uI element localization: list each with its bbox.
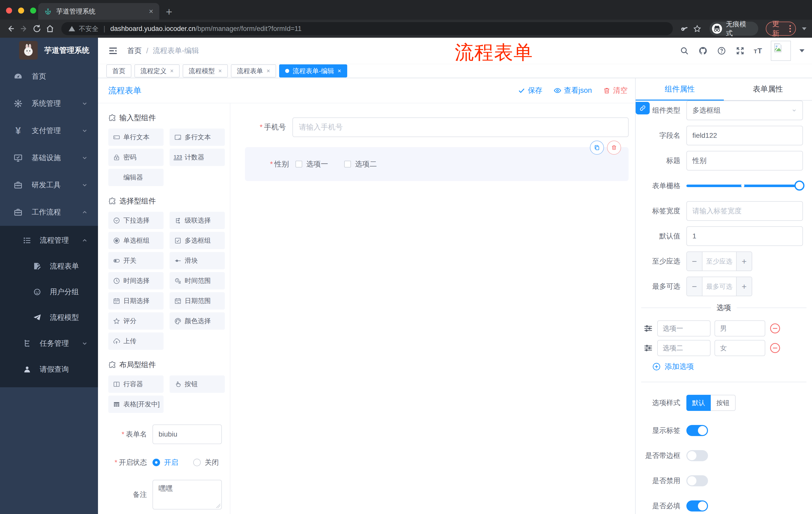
url-bar[interactable]: 不安全 | dashboard.yudao.iocoder.cn/bpm/man…	[61, 22, 673, 35]
gender-option-1[interactable]: 选项一	[295, 159, 328, 169]
show-label-toggle[interactable]	[686, 425, 708, 436]
min-select-input[interactable]: 至少应选	[702, 252, 736, 271]
sidebar-logo[interactable]: 芋道管理系统	[0, 38, 98, 63]
data-binding-link-button[interactable]	[636, 102, 650, 114]
breadcrumb-home[interactable]: 首页	[127, 46, 142, 56]
option-value-input[interactable]: 女	[715, 340, 765, 356]
style-default-button[interactable]: 默认	[686, 395, 711, 411]
close-icon[interactable]: ×	[218, 67, 222, 75]
form-grid-slider[interactable]	[686, 176, 803, 196]
option-label-input[interactable]: 选项一	[657, 320, 710, 336]
palette-item-cascader[interactable]: 级联选择	[170, 212, 225, 229]
palette-item-table[interactable]: 表格[开发中]	[108, 396, 164, 413]
duplicate-component-button[interactable]	[590, 141, 604, 155]
default-value-input[interactable]: 1	[686, 226, 803, 246]
palette-item-date-range[interactable]: 日期范围	[170, 292, 225, 309]
avatar[interactable]	[771, 41, 791, 61]
sidebar-item-process-mgmt[interactable]: 流程管理	[0, 227, 98, 253]
clear-button[interactable]: 清空	[603, 85, 628, 96]
required-toggle[interactable]	[686, 501, 708, 512]
browser-update-button[interactable]: 更新	[766, 22, 796, 36]
gender-option-2[interactable]: 选项二	[344, 159, 377, 169]
back-button[interactable]	[5, 23, 16, 34]
close-icon[interactable]: ×	[266, 67, 270, 75]
palette-item-rate[interactable]: 评分	[108, 312, 164, 330]
browser-tab[interactable]: 芋道管理系统 ×	[38, 3, 159, 20]
sidebar-item-devtools[interactable]: 研发工具	[0, 171, 98, 199]
palette-item-counter[interactable]: 123 计数器	[170, 148, 225, 166]
palette-item-switch[interactable]: 开关	[108, 252, 164, 269]
decrement-button[interactable]: −	[687, 252, 702, 271]
phone-input[interactable]: 请输入手机号	[292, 117, 629, 137]
checkbox-icon[interactable]	[295, 161, 302, 167]
remove-option-button[interactable]	[769, 323, 781, 334]
option-label-input[interactable]: 选项二	[657, 340, 710, 356]
drag-handle-icon[interactable]	[643, 323, 653, 333]
tab-process-definition[interactable]: 流程定义×	[135, 64, 180, 77]
palette-item-slider[interactable]: 滑块	[170, 252, 225, 269]
palette-item-editor[interactable]: 编辑器	[108, 169, 164, 186]
browser-menu-icon[interactable]	[789, 25, 791, 32]
github-icon[interactable]	[698, 46, 708, 56]
palette-item-row-container[interactable]: 行容器	[108, 375, 164, 393]
delete-component-button[interactable]	[607, 141, 621, 155]
collapse-sidebar-icon[interactable]	[108, 46, 118, 56]
sidebar-item-task-mgmt[interactable]: 任务管理	[0, 330, 98, 357]
tab-process-form-edit[interactable]: 流程表单-编辑×	[279, 64, 347, 77]
field-name-input[interactable]: field122	[686, 126, 803, 145]
label-width-input[interactable]: 请输入标签宽度	[686, 201, 803, 221]
save-button[interactable]: 保存	[518, 85, 543, 96]
view-json-button[interactable]: 查看json	[553, 85, 592, 96]
sidebar-item-workflow[interactable]: 工作流程	[0, 199, 98, 226]
max-select-input[interactable]: 最多可选	[702, 277, 736, 296]
tab-component-props[interactable]: 组件属性	[636, 78, 724, 100]
close-window-button[interactable]	[6, 7, 12, 13]
component-type-select[interactable]: 多选框组	[686, 101, 803, 120]
palette-item-radio-group[interactable]: 单选框组	[108, 232, 164, 249]
sidebar-item-home[interactable]: 首页	[0, 63, 98, 90]
increment-button[interactable]: +	[736, 277, 752, 296]
sidebar-item-payment[interactable]: ¥ 支付管理	[0, 117, 98, 144]
sidebar-item-user-group[interactable]: 用户分组	[0, 279, 98, 305]
title-input[interactable]: 性别	[686, 151, 803, 170]
border-toggle[interactable]	[686, 450, 708, 461]
tab-process-form[interactable]: 流程表单×	[231, 64, 276, 77]
font-size-icon[interactable]: TT	[754, 47, 762, 55]
radio-on-label[interactable]: 开启	[164, 458, 178, 467]
form-name-input[interactable]: biubiu	[152, 425, 222, 444]
palette-item-time-picker[interactable]: 时间选择	[108, 272, 164, 290]
minimize-window-button[interactable]	[18, 7, 24, 13]
maximize-window-button[interactable]	[30, 7, 36, 13]
palette-item-multi-text[interactable]: 多行文本	[170, 129, 225, 146]
sidebar-item-process-model[interactable]: 流程模型	[0, 305, 98, 330]
form-remark-textarea[interactable]: 嘿嘿	[152, 480, 222, 510]
bookmark-star-icon[interactable]	[692, 23, 702, 34]
palette-item-button[interactable]: 按钮	[170, 375, 225, 393]
home-button[interactable]	[45, 23, 55, 34]
increment-button[interactable]: +	[736, 252, 752, 271]
decrement-button[interactable]: −	[687, 277, 702, 296]
radio-off-label[interactable]: 关闭	[205, 458, 219, 467]
reload-button[interactable]	[32, 23, 42, 34]
password-key-icon[interactable]	[679, 23, 689, 34]
tab-home[interactable]: 首页	[106, 64, 132, 77]
help-icon[interactable]	[717, 46, 727, 56]
radio-on[interactable]	[152, 459, 160, 466]
disabled-toggle[interactable]	[686, 475, 708, 486]
forward-button[interactable]	[19, 23, 29, 34]
tab-close-icon[interactable]: ×	[149, 7, 153, 15]
tab-form-props[interactable]: 表单属性	[724, 78, 812, 100]
sidebar-item-leave-query[interactable]: 请假查询	[0, 357, 98, 382]
palette-item-password[interactable]: 密码	[108, 148, 164, 166]
selected-component-gender[interactable]: *性别 选项一 选项二	[245, 147, 629, 181]
palette-item-time-range[interactable]: 时间范围	[170, 272, 225, 290]
close-icon[interactable]: ×	[338, 67, 341, 75]
style-button-button[interactable]: 按钮	[711, 395, 736, 411]
palette-item-single-text[interactable]: 单行文本	[108, 129, 164, 146]
radio-off[interactable]	[193, 459, 201, 466]
option-value-input[interactable]: 男	[715, 320, 765, 336]
avatar-caret-icon[interactable]	[800, 49, 805, 52]
canvas-phone-field[interactable]: *手机号 请输入手机号	[231, 117, 629, 137]
palette-item-upload[interactable]: 上传	[108, 332, 164, 350]
palette-item-checkbox-group[interactable]: 多选框组	[170, 232, 225, 249]
